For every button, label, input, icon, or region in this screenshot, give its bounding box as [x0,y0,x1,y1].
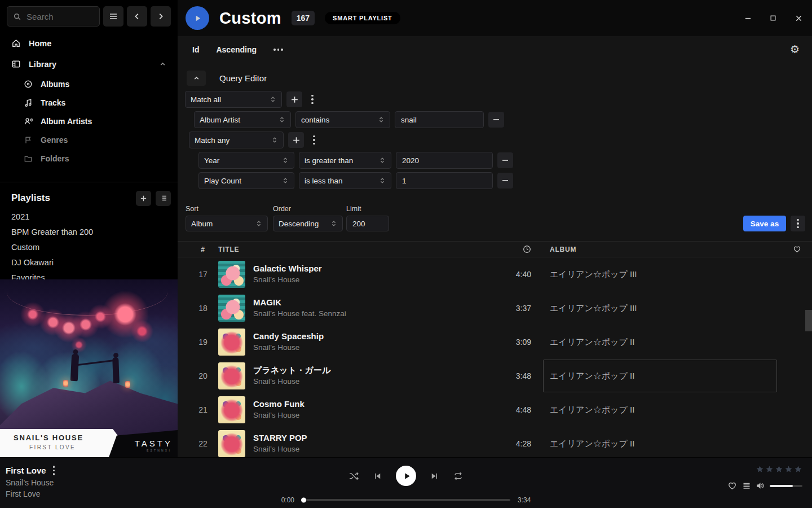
add-rule-button[interactable] [286,91,302,107]
play-pause-button[interactable] [396,466,416,486]
remove-rule-button[interactable] [497,173,513,189]
star-icon[interactable] [756,465,764,474]
track-title[interactable]: Galactic Whisper [253,263,494,274]
window-maximize-button[interactable] [765,10,781,26]
sort-order-button[interactable]: Ascending [216,45,257,54]
star-icon[interactable] [794,465,802,474]
rule-operator-select[interactable]: contains [295,111,390,128]
next-button[interactable] [430,471,439,481]
queue-icon[interactable] [742,481,751,491]
menu-button[interactable] [103,6,123,27]
rule-field-select[interactable]: Play Count [198,172,294,189]
playlist-item[interactable]: 2021 [0,209,178,224]
match-type-select[interactable]: Match any [189,132,284,148]
group-more-icon[interactable] [311,95,314,104]
repeat-button[interactable] [453,471,464,481]
nav-back-button[interactable] [127,6,147,27]
table-row[interactable]: 18MAGIKSnail’s House feat. Sennzai3:37エイ… [178,291,812,325]
save-more-button[interactable] [791,216,805,231]
column-title[interactable]: TITLE [218,246,494,253]
table-row[interactable]: 17Galactic WhisperSnail’s House4:40エイリアン… [178,257,812,291]
track-album[interactable]: エイリアン☆ポップ II [550,359,782,393]
scrollbar-thumb[interactable] [805,310,812,331]
track-album[interactable]: エイリアン☆ポップ II [550,393,782,427]
track-album[interactable]: エイリアン☆ポップ III [550,257,782,291]
track-artist[interactable]: Snail’s House feat. Sennzai [253,309,494,319]
track-artist[interactable]: Snail’s House [253,343,494,353]
now-playing-album[interactable]: First Love [6,489,55,498]
sidebar-item-home[interactable]: Home [0,33,178,54]
nav-forward-button[interactable] [151,6,171,27]
track-album[interactable]: エイリアン☆ポップ III [550,291,782,325]
rule-operator-select[interactable]: is less than [299,172,391,189]
track-title[interactable]: Candy Spaceship [253,331,494,342]
rule-field-select[interactable]: Year [198,152,294,169]
now-playing-cover-art[interactable]: SNAIL'S HOUSE FIRST LOVE TASTY ESTNNXI [0,279,178,457]
star-icon[interactable] [784,465,793,474]
rule-operator-select[interactable]: is greater than [299,152,391,169]
search-input[interactable]: Search [7,6,100,27]
chevron-up-icon[interactable] [159,60,166,68]
star-icon[interactable] [765,465,774,474]
favorite-heart-icon[interactable] [727,481,737,491]
track-title[interactable]: プラネット・ガール [253,365,494,376]
settings-gear-icon[interactable]: ⚙ [790,43,800,56]
add-rule-button[interactable] [288,132,304,148]
remove-rule-button[interactable] [497,152,513,168]
play-playlist-button[interactable] [186,6,209,30]
rule-value-input[interactable]: snail [395,111,484,128]
rule-value-input[interactable]: 2020 [396,152,493,169]
column-duration[interactable] [494,245,531,253]
seek-slider[interactable] [302,499,510,501]
star-icon[interactable] [775,465,783,474]
playlist-item[interactable]: Custom [0,239,178,255]
add-playlist-button[interactable] [136,191,151,206]
seek-thumb[interactable] [301,498,306,503]
sidebar-item-genres[interactable]: Genres [0,130,178,149]
track-title[interactable]: STARRY POP [253,432,494,444]
rule-field-select[interactable]: Album Artist [194,111,291,128]
track-artist[interactable]: Snail’s House [253,410,494,421]
track-menu-icon[interactable] [53,466,55,475]
limit-input[interactable]: 200 [346,216,389,231]
sort-field-button[interactable]: Id [192,45,199,54]
sort-select[interactable]: Album [186,216,268,231]
save-as-button[interactable]: Save as [743,216,786,231]
column-album[interactable]: ALBUM [550,246,782,253]
now-playing-track[interactable]: First Love [6,466,46,475]
track-album[interactable]: エイリアン☆ポップ II [550,325,782,359]
now-playing-artist[interactable]: Snail’s House [6,478,55,487]
table-row[interactable]: 20プラネット・ガールSnail’s House3:48エイリアン☆ポップ II [178,359,812,393]
track-title[interactable]: MAGIK [253,297,494,308]
sidebar-item-library[interactable]: Library [0,54,178,75]
volume-icon[interactable] [756,481,765,491]
table-row[interactable]: 22STARRY POPSnail’s House4:28エイリアン☆ポップ I… [178,427,812,457]
sidebar-item-tracks[interactable]: Tracks [0,93,178,112]
track-title[interactable]: Cosmo Funk [253,398,494,410]
previous-button[interactable] [373,471,382,481]
volume-slider[interactable] [770,485,802,487]
column-number[interactable]: # [188,246,218,253]
table-row[interactable]: 21Cosmo FunkSnail’s House4:48エイリアン☆ポップ I… [178,393,812,427]
playlist-item[interactable]: BPM Greater than 200 [0,224,178,239]
playlist-item[interactable]: DJ Okawari [0,255,178,270]
window-close-button[interactable] [791,10,806,26]
shuffle-button[interactable] [348,471,359,481]
rule-value-input[interactable]: 1 [396,172,493,189]
query-editor-collapse-button[interactable] [187,71,206,86]
remove-rule-button[interactable] [488,112,504,128]
group-more-icon[interactable] [313,135,315,145]
column-favorite[interactable] [782,245,812,253]
track-album[interactable]: エイリアン☆ポップ II [550,427,782,457]
rating-stars[interactable] [727,465,802,474]
window-minimize-button[interactable] [740,10,756,26]
playlist-list-button[interactable] [156,191,171,206]
more-options-icon[interactable] [273,49,283,51]
sidebar-item-album-artists[interactable]: Album Artists [0,112,178,130]
sidebar-item-folders[interactable]: Folders [0,149,178,168]
track-artist[interactable]: Snail’s House [253,444,494,455]
match-type-select[interactable]: Match all [185,91,282,108]
order-select[interactable]: Descending [273,216,343,231]
track-artist[interactable]: Snail’s House [253,275,494,286]
table-row[interactable]: 19Candy SpaceshipSnail’s House3:09エイリアン☆… [178,325,812,359]
